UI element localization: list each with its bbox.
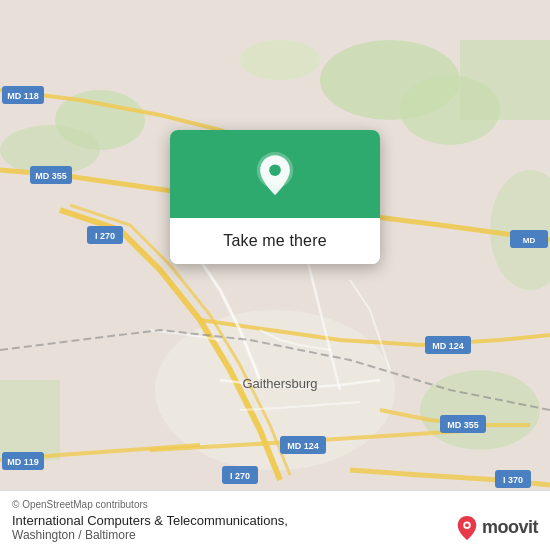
take-me-there-button[interactable]: Take me there xyxy=(170,218,380,264)
popup-card: Take me there xyxy=(170,130,380,264)
place-name: International Computers & Telecommunicat… xyxy=(12,513,288,528)
place-region: Washington / Baltimore xyxy=(12,528,288,542)
svg-text:MD: MD xyxy=(523,236,536,245)
popup-icon-area xyxy=(170,130,380,218)
map-background: MD 118 MD 355 I 270 MD MD 124 I 270 MD 1… xyxy=(0,0,550,550)
svg-text:I 370: I 370 xyxy=(503,475,523,485)
svg-text:MD 124: MD 124 xyxy=(287,441,319,451)
svg-text:MD 124: MD 124 xyxy=(432,341,464,351)
bottom-bar: © OpenStreetMap contributors Internation… xyxy=(0,490,550,550)
svg-text:Gaithersburg: Gaithersburg xyxy=(242,376,317,391)
location-pin-icon xyxy=(251,152,299,200)
attribution: © OpenStreetMap contributors xyxy=(12,499,538,510)
svg-point-6 xyxy=(240,40,320,80)
moovit-logo: moovit xyxy=(456,515,538,541)
place-info: International Computers & Telecommunicat… xyxy=(12,513,538,542)
svg-text:I 270: I 270 xyxy=(230,471,250,481)
attribution-text: © OpenStreetMap contributors xyxy=(12,499,148,510)
svg-point-8 xyxy=(420,370,540,450)
svg-text:MD 355: MD 355 xyxy=(35,171,67,181)
map-container: MD 118 MD 355 I 270 MD MD 124 I 270 MD 1… xyxy=(0,0,550,550)
place-details: International Computers & Telecommunicat… xyxy=(12,513,288,542)
svg-text:I 270: I 270 xyxy=(95,231,115,241)
svg-text:MD 355: MD 355 xyxy=(447,420,479,430)
svg-text:MD 119: MD 119 xyxy=(7,457,39,467)
svg-point-36 xyxy=(465,523,469,527)
moovit-pin-icon xyxy=(456,515,478,541)
moovit-text: moovit xyxy=(482,517,538,538)
svg-text:MD 118: MD 118 xyxy=(7,91,39,101)
svg-rect-7 xyxy=(0,380,60,460)
svg-point-34 xyxy=(269,164,281,176)
svg-rect-3 xyxy=(460,40,550,120)
